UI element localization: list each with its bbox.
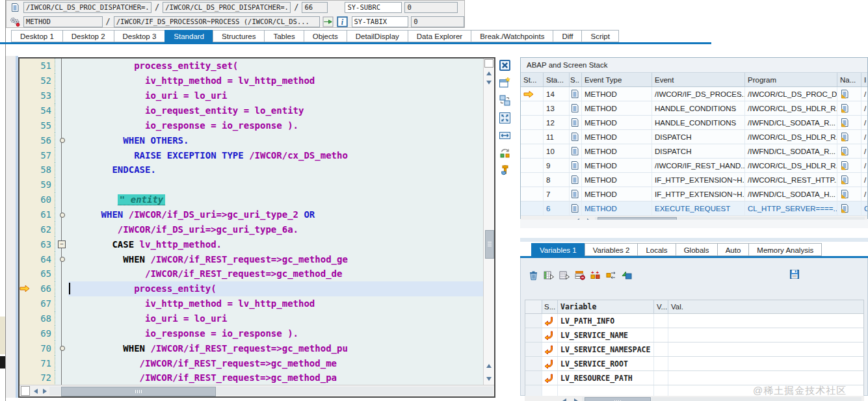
remove-row-icon[interactable] xyxy=(574,270,586,281)
code-text[interactable]: WHEN OTHERS. xyxy=(68,133,483,148)
line-number-margin[interactable]: 69 xyxy=(20,326,55,341)
fold-margin[interactable] xyxy=(55,177,68,192)
fold-margin[interactable] xyxy=(55,133,68,148)
code-line-61[interactable]: 61WHEN /IWCOR/if_DS_uri=>gc_uri_type_2 O… xyxy=(20,207,483,222)
delete-icon[interactable] xyxy=(527,270,539,281)
fold-margin[interactable] xyxy=(55,118,68,133)
code-line-65[interactable]: 65/IWCOR/if_REST_request=>gc_method_de xyxy=(20,266,483,281)
variable-value[interactable] xyxy=(668,357,863,370)
variable-row-lv-service-name[interactable]: LV_SERVICE_NAME xyxy=(525,328,864,343)
variable-name[interactable]: LV_SERVICE_NAMESPACE xyxy=(558,343,654,356)
tab-break-watchpoints[interactable]: Break./Watchpoints xyxy=(471,30,553,42)
variable-row-lv-resource-path[interactable]: LV_RESOURCE_PATH xyxy=(525,371,864,385)
tab-script[interactable]: Script xyxy=(581,30,618,42)
fold-margin[interactable] xyxy=(55,326,68,341)
sysvar-name-field[interactable]: SY-SUBRC xyxy=(345,2,402,13)
tab-locals[interactable]: Locals xyxy=(637,243,676,256)
fold-margin[interactable] xyxy=(55,88,68,103)
fold-margin[interactable] xyxy=(55,103,68,118)
fold-margin[interactable] xyxy=(55,281,68,296)
info-icon[interactable]: i xyxy=(337,16,349,27)
line-number-margin[interactable]: 62 xyxy=(20,222,55,237)
tab-diff[interactable]: Diff xyxy=(553,30,582,42)
code-text[interactable]: WHEN /IWCOR/if_DS_uri=>gc_uri_type_2 OR xyxy=(68,207,483,222)
code-line-62[interactable]: 62/IWCOR/if_DS_uri=>gc_uri_type_6a. xyxy=(20,222,483,237)
code-line-71[interactable]: 71/IWCOR/if_REST_request=>gc_method_me xyxy=(20,356,483,370)
tab-objects[interactable]: Objects xyxy=(304,30,347,42)
swap-variable-icon[interactable] xyxy=(605,270,617,281)
code-text[interactable]: iv_http_method = lv_http_method xyxy=(68,73,483,88)
line-number-margin[interactable]: 51 xyxy=(20,58,55,73)
line-number-margin[interactable]: 56 xyxy=(20,133,55,148)
code-line-53[interactable]: 53io_uri = lo_uri xyxy=(20,88,483,103)
fold-margin[interactable] xyxy=(55,311,68,326)
code-line-54[interactable]: 54io_request_entity = lo_entity xyxy=(20,103,483,118)
fold-margin[interactable] xyxy=(55,58,68,73)
fold-margin[interactable] xyxy=(55,207,68,222)
code-line-59[interactable]: 59 xyxy=(20,177,483,192)
code-line-72[interactable]: 72/IWCOR/if_REST_request=>gc_method_pa xyxy=(20,370,483,385)
code-text[interactable] xyxy=(68,177,483,192)
stack-row-8[interactable]: 8METHODIF_HTTP_EXTENSION~H.../IWCOR/CL_R… xyxy=(521,173,867,187)
variable-value[interactable] xyxy=(668,314,863,328)
stack-row-11[interactable]: 11METHODDISPATCH/IWCOR/CL_DS_HDLR_R.../ xyxy=(521,130,867,144)
fold-margin[interactable] xyxy=(55,252,68,266)
editor-horizontal-scrollbar[interactable] xyxy=(20,385,494,396)
code-line-67[interactable]: 67iv_http_method = lv_http_method xyxy=(20,296,483,311)
code-line-69[interactable]: 69io_response = io_response ). xyxy=(20,326,483,341)
scroll-right-button[interactable] xyxy=(40,387,49,396)
tab-desktop-2[interactable]: Desktop 2 xyxy=(62,30,114,42)
code-line-57[interactable]: 57RAISE EXCEPTION TYPE /IWCOR/cx_DS_meth… xyxy=(20,148,483,162)
horizontal-scroll-track[interactable] xyxy=(49,387,493,395)
fold-margin[interactable] xyxy=(55,370,68,385)
tab-globals[interactable]: Globals xyxy=(676,243,718,256)
line-number-margin[interactable]: 52 xyxy=(20,73,55,88)
sync-icon[interactable] xyxy=(498,146,511,159)
code-line-51[interactable]: 51process_entity_set( xyxy=(20,58,483,73)
code-text[interactable]: /IWCOR/if_DS_uri=>gc_uri_type_6a. xyxy=(68,222,483,237)
line-number-margin[interactable]: 70 xyxy=(20,341,55,356)
fit-width-icon[interactable] xyxy=(498,129,511,142)
goto-statement-icon[interactable] xyxy=(322,16,334,27)
maximize-icon[interactable] xyxy=(498,111,511,124)
code-line-68[interactable]: 68io_uri = lo_uri xyxy=(20,311,483,326)
variable-name[interactable]: LV_SERVICE_NAME xyxy=(558,328,654,342)
code-text[interactable]: io_response = io_response ). xyxy=(68,118,483,133)
close-icon[interactable] xyxy=(498,58,511,71)
code-line-63[interactable]: 63−CASE lv_http_method. xyxy=(20,237,483,252)
class-field-1[interactable]: /IWCOR/CL_DS_PROC_DISPATCHER=... xyxy=(23,2,151,13)
code-text[interactable]: /IWCOR/if_REST_request=>gc_method_de xyxy=(68,266,483,281)
tab-desktop-3[interactable]: Desktop 3 xyxy=(114,30,166,42)
fold-margin[interactable] xyxy=(55,341,68,356)
scroll-down-button[interactable] xyxy=(484,78,493,87)
line-number-margin[interactable]: 66 xyxy=(20,281,55,296)
code-line-58[interactable]: 58ENDCASE. xyxy=(20,162,483,177)
scroll-down-button-bottom[interactable] xyxy=(484,374,493,383)
method-field[interactable]: /IWCOR/IF_DS_PROCESSOR~PROCESS (/IWCOR/C… xyxy=(114,16,320,27)
event-type-field[interactable]: METHOD xyxy=(23,16,103,27)
stack-row-6[interactable]: 6METHODEXECUTE_REQUESTCL_HTTP_SERVER====… xyxy=(521,201,867,216)
scroll-up-button[interactable] xyxy=(484,69,493,78)
line-number-margin[interactable]: 71 xyxy=(20,356,55,370)
line-number-margin[interactable]: 68 xyxy=(20,311,55,326)
variable-row-lv-service-namespace[interactable]: LV_SERVICE_NAMESPACE xyxy=(525,343,864,357)
line-number-margin[interactable]: 59 xyxy=(20,177,55,192)
code-text[interactable]: CASE lv_http_method. xyxy=(68,237,483,252)
tab-variables-2[interactable]: Variables 2 xyxy=(585,243,638,256)
sysvar-name-field[interactable]: SY-TABIX xyxy=(352,16,409,27)
stack-row-13[interactable]: 13METHODHANDLE_CONDITIONS/IWCOR/CL_DS_HD… xyxy=(521,101,867,116)
code-text[interactable]: io_uri = lo_uri xyxy=(68,311,483,326)
horizontal-scroll-thumb[interactable] xyxy=(61,387,216,396)
tab-tables[interactable]: Tables xyxy=(264,30,304,42)
splitter-handle[interactable] xyxy=(21,386,30,396)
fold-collapse-icon[interactable]: − xyxy=(58,240,66,248)
variable-row-lv-service-root[interactable]: LV_SERVICE_ROOT xyxy=(525,357,864,371)
code-text[interactable]: WHEN /IWCOR/if_REST_request=>gc_method_p… xyxy=(68,341,483,356)
variable-name[interactable]: LV_SERVICE_ROOT xyxy=(558,357,654,370)
code-text[interactable]: process_entity( xyxy=(68,281,483,296)
new-window-icon[interactable] xyxy=(498,76,511,89)
line-number-margin[interactable]: 61 xyxy=(20,207,55,222)
variable-name[interactable]: LV_PATH_INFO xyxy=(558,314,654,328)
code-text[interactable]: WHEN /IWCOR/if_REST_request=>gc_method_g… xyxy=(68,252,483,266)
line-number-margin[interactable]: 55 xyxy=(20,118,55,133)
